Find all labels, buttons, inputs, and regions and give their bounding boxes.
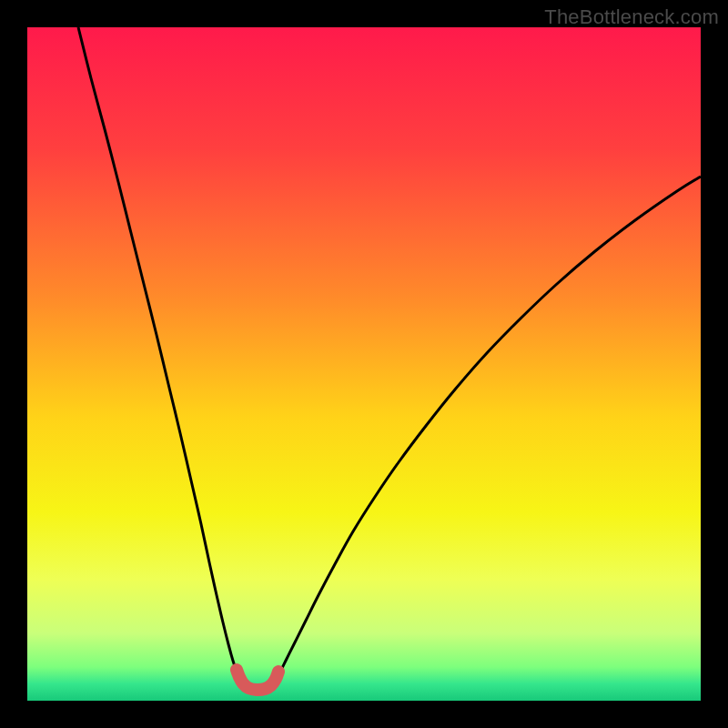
curve-layer [27,27,701,701]
series-valley-highlight [237,670,278,690]
series-right-branch [276,177,701,679]
watermark-text: TheBottleneck.com [544,5,719,29]
plot-frame [27,27,701,701]
series-left-branch [78,27,239,679]
